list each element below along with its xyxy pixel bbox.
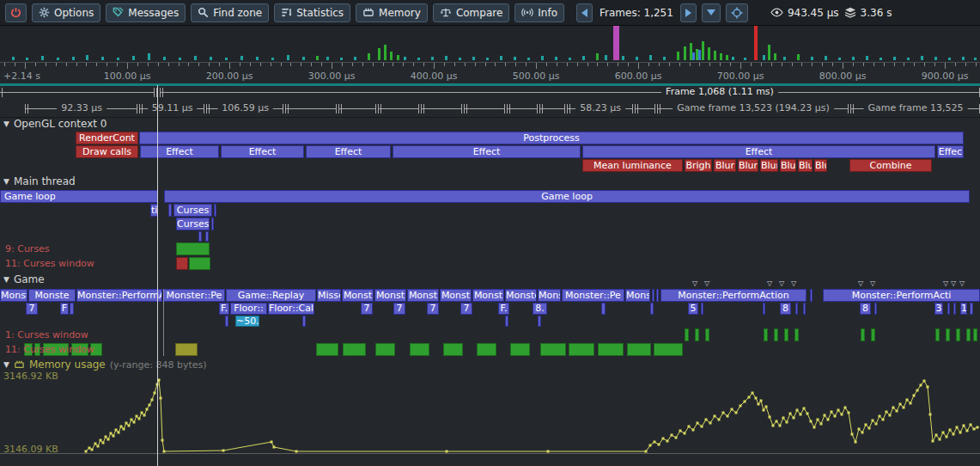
histogram-bar[interactable] [326, 57, 329, 60]
timeline-zone[interactable]: 8. [533, 303, 547, 315]
timeline-zone[interactable]: Game loop [0, 190, 158, 203]
statistics-button[interactable]: Statistics [274, 3, 350, 22]
timeline-zone[interactable] [701, 303, 703, 315]
timeline-zone[interactable]: Effect [582, 145, 935, 158]
timeline-zone[interactable] [795, 303, 798, 315]
timeline-zone[interactable] [874, 303, 877, 315]
plot-bar[interactable] [176, 257, 188, 270]
timeline-zone[interactable]: Game::Replay [226, 289, 316, 302]
frame-span-line[interactable] [286, 108, 337, 109]
timeline-zone[interactable] [601, 303, 606, 315]
collapse-icon[interactable]: ▼ [3, 120, 9, 128]
timeline-zone[interactable]: Missed [317, 289, 341, 302]
timeline-zone[interactable] [70, 303, 74, 315]
section-header-main-thread[interactable]: ▼ Main thread [3, 175, 76, 187]
histogram-bar[interactable] [962, 57, 965, 60]
histogram-bar[interactable] [271, 58, 274, 60]
histogram-bar[interactable] [596, 53, 599, 60]
timeline-zone[interactable]: Draw calls [76, 145, 138, 158]
frame-span-line[interactable] [540, 108, 565, 109]
timeline-zone[interactable]: 7 [393, 303, 405, 315]
histogram-bar[interactable] [417, 58, 420, 60]
histogram-bar[interactable] [404, 57, 406, 60]
histogram-bar[interactable] [527, 58, 530, 60]
timeline-zone[interactable]: F. [219, 303, 229, 315]
frame-label[interactable]: Frame 1,068 (1.11 ms) [661, 86, 778, 98]
timeline-zone[interactable]: Blur [760, 159, 778, 172]
frame-span-line[interactable] [0, 92, 155, 93]
histogram-bar[interactable] [582, 56, 585, 60]
timeline-zone[interactable]: Blur [798, 159, 813, 172]
timeline-zone[interactable]: 7 [427, 303, 439, 315]
find-zone-button[interactable]: Find zone [191, 3, 269, 22]
timeline-zone[interactable]: Monster::PerformActi [823, 289, 980, 302]
plot-bar[interactable] [695, 328, 699, 341]
timeline-zone[interactable]: 8 [780, 303, 791, 315]
histogram-bar[interactable] [649, 55, 652, 60]
timeline-zone[interactable]: Blur [714, 159, 736, 172]
timeline-zone[interactable] [198, 231, 202, 242]
histogram-bar[interactable] [708, 47, 710, 60]
histogram-bar[interactable] [663, 57, 666, 60]
plot-bar[interactable] [685, 328, 689, 341]
histogram-bar[interactable] [838, 58, 841, 60]
histogram-bar[interactable] [354, 57, 356, 60]
histogram-bar[interactable] [117, 58, 119, 60]
collapsed-zones-icon[interactable]: ▽ [704, 280, 709, 287]
histogram-bar[interactable] [768, 45, 770, 60]
section-header-opengl[interactable]: ▼ OpenGL context 0 [3, 118, 107, 130]
timeline-zone[interactable] [656, 289, 659, 302]
histogram-bar[interactable] [605, 55, 607, 60]
histogram-bar[interactable] [445, 56, 447, 60]
timeline-zone[interactable]: 7 [26, 303, 38, 315]
histogram-bar[interactable] [287, 55, 289, 60]
timeline-zone[interactable]: Effect [140, 145, 219, 158]
subframe-label[interactable]: 92.33 µs [57, 102, 107, 114]
histogram-bar[interactable] [732, 57, 734, 60]
section-header-memory[interactable]: ▼ Memory usage (y-range: 848 bytes) [3, 359, 207, 371]
timeline-zone[interactable]: Postprocess [139, 132, 964, 144]
histogram-bar[interactable] [163, 57, 166, 60]
power-button[interactable] [5, 3, 27, 22]
timeline-zone[interactable]: Mean luminance [582, 159, 683, 172]
histogram-bar[interactable] [692, 52, 695, 60]
timeline-zone[interactable]: Curses [176, 218, 210, 230]
plot-bar[interactable] [477, 343, 496, 356]
timeline-zone[interactable] [652, 289, 654, 302]
histogram-bar[interactable] [698, 50, 701, 60]
histogram-bar[interactable] [486, 58, 489, 60]
timeline-zone[interactable] [302, 316, 306, 327]
frame-span-line[interactable] [508, 108, 538, 109]
frame-histogram[interactable] [0, 26, 980, 63]
timeline-zone[interactable]: ~50. [235, 316, 259, 327]
frame-span-line[interactable] [161, 92, 980, 93]
plot-bar[interactable] [764, 328, 768, 341]
histogram-bar[interactable] [41, 56, 44, 60]
timeline-zone[interactable] [650, 303, 654, 315]
histogram-bar[interactable] [397, 55, 399, 60]
timeline-zone[interactable]: Effec [937, 145, 964, 158]
histogram-bar[interactable] [541, 56, 544, 60]
timeline-zone[interactable] [538, 316, 541, 327]
histogram-bar[interactable] [783, 57, 786, 60]
collapsed-zones-icon[interactable]: ▽ [943, 280, 948, 287]
frame-span-line[interactable] [339, 108, 376, 109]
histogram-bar[interactable] [934, 57, 937, 60]
histogram-bar[interactable] [622, 56, 624, 60]
timeline-zone[interactable]: Effect [221, 145, 304, 158]
histogram-bar[interactable] [948, 58, 951, 60]
collapsed-zones-icon[interactable]: ▽ [692, 280, 697, 287]
histogram-bar[interactable] [852, 57, 855, 60]
histogram-bar[interactable] [132, 56, 135, 60]
histogram-bar[interactable] [179, 58, 181, 60]
timeline-zone[interactable] [214, 204, 216, 217]
timeline-zone[interactable]: Effect [393, 145, 581, 158]
timeline-zone[interactable]: Monst [472, 289, 504, 302]
histogram-bar[interactable] [256, 57, 259, 60]
section-header-game[interactable]: ▼ Game [3, 273, 45, 285]
subframe-label[interactable]: 58.23 µs [575, 102, 625, 114]
compare-button[interactable]: Compare [433, 3, 509, 22]
timeline-zone[interactable]: 5 [688, 303, 698, 315]
timeline-zone[interactable]: Monster::PerformA [76, 289, 162, 302]
plot-bar[interactable] [973, 328, 977, 341]
